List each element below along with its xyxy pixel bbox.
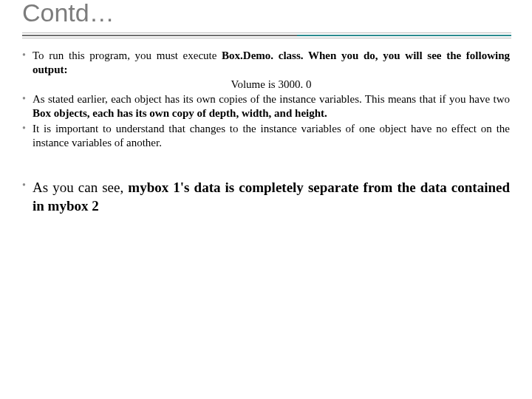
output-line: Volume is 3000. 0 <box>33 78 510 92</box>
content-area: To run this program, you must execute Bo… <box>0 46 532 216</box>
title-area: Contd… <box>0 0 532 25</box>
list-item-summary: As you can see, mybox 1's data is comple… <box>22 179 510 215</box>
text: As you can see, <box>33 180 128 195</box>
list-item: It is important to understand that chang… <box>22 122 510 150</box>
text: As stated earlier, each object has its o… <box>33 93 510 105</box>
slide: Contd… To run this program, you must exe… <box>0 0 532 399</box>
list-item: To run this program, you must execute Bo… <box>22 49 510 91</box>
text-bold: Box objects, each has its own copy of de… <box>33 107 327 119</box>
text: To run this program, you must execute <box>33 50 222 61</box>
text: It is important to understand that chang… <box>33 123 510 149</box>
list-item: As stated earlier, each object has its o… <box>22 92 510 120</box>
bullet-list: To run this program, you must execute Bo… <box>22 49 510 216</box>
title-rules <box>0 33 532 46</box>
slide-title: Contd… <box>22 0 510 25</box>
